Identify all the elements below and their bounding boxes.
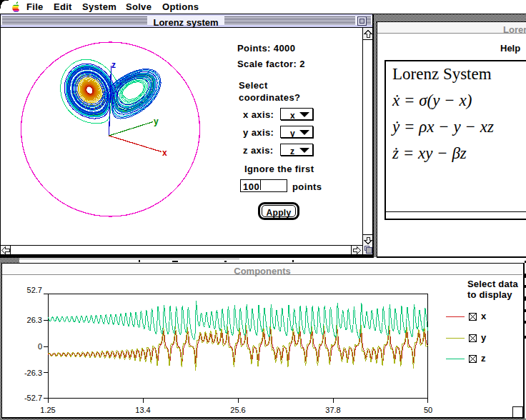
svg-text:x: x: [162, 148, 167, 158]
svg-text:52.7: 52.7: [27, 286, 42, 294]
svg-text:y: y: [481, 332, 487, 343]
svg-text:x: x: [481, 311, 487, 321]
svg-text:0: 0: [38, 342, 42, 351]
svg-text:37.8: 37.8: [325, 406, 340, 414]
svg-text:25.6: 25.6: [230, 406, 245, 414]
svg-text:13.4: 13.4: [135, 406, 150, 414]
svg-text:z: z: [481, 353, 486, 364]
svg-text:z: z: [111, 60, 116, 70]
svg-text:50: 50: [424, 406, 432, 414]
svg-text:-26.3: -26.3: [24, 369, 42, 377]
svg-text:26.3: 26.3: [27, 316, 42, 324]
svg-text:-52.7: -52.7: [24, 394, 42, 402]
svg-text:Select data: Select data: [467, 279, 518, 289]
svg-text:1.25: 1.25: [40, 406, 55, 414]
svg-text:y: y: [154, 116, 159, 126]
svg-text:to display: to display: [467, 289, 512, 300]
